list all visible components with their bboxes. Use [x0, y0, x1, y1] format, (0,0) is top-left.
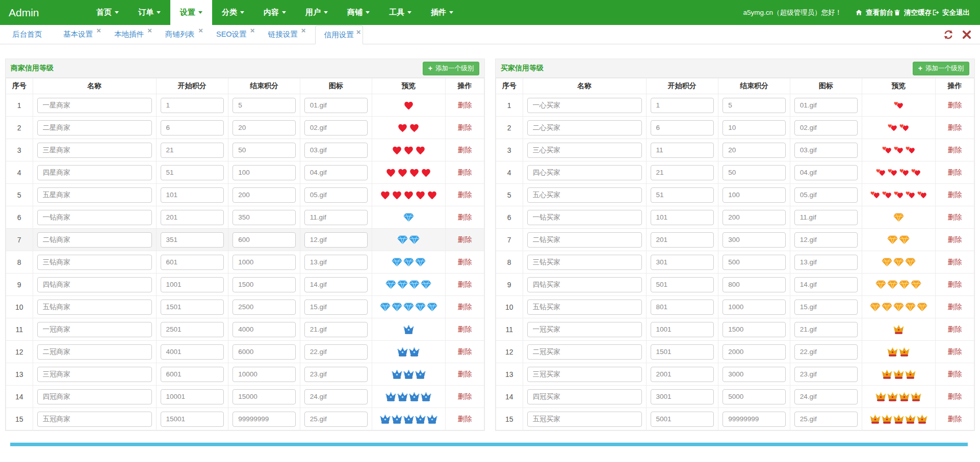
- icon-file-input[interactable]: [304, 412, 368, 427]
- level-name-input[interactable]: [527, 165, 642, 180]
- end-score-input[interactable]: [233, 120, 296, 135]
- end-score-input[interactable]: [723, 187, 786, 203]
- level-name-input[interactable]: [37, 165, 152, 180]
- delete-link[interactable]: 删除: [947, 370, 962, 378]
- level-name-input[interactable]: [527, 367, 642, 382]
- icon-file-input[interactable]: [304, 255, 368, 270]
- icon-file-input[interactable]: [794, 143, 858, 158]
- end-score-input[interactable]: [233, 232, 296, 248]
- add-level-button[interactable]: + 添加一个级别: [913, 62, 969, 75]
- delete-link[interactable]: 删除: [457, 213, 472, 221]
- menu-plugins[interactable]: 插件: [421, 0, 463, 25]
- delete-link[interactable]: 删除: [457, 303, 472, 311]
- icon-file-input[interactable]: [304, 210, 368, 225]
- icon-file-input[interactable]: [794, 344, 858, 360]
- start-score-input[interactable]: [161, 210, 224, 225]
- icon-file-input[interactable]: [304, 322, 368, 337]
- icon-file-input[interactable]: [794, 412, 858, 427]
- level-name-input[interactable]: [527, 322, 642, 337]
- end-score-input[interactable]: [233, 165, 296, 180]
- menu-categories[interactable]: 分类: [212, 0, 254, 25]
- tab-close-icon[interactable]: ×: [356, 28, 361, 36]
- level-name-input[interactable]: [527, 120, 642, 135]
- level-name-input[interactable]: [527, 143, 642, 158]
- end-score-input[interactable]: [233, 277, 296, 292]
- icon-file-input[interactable]: [794, 165, 858, 180]
- end-score-input[interactable]: [233, 187, 296, 203]
- start-score-input[interactable]: [651, 165, 714, 180]
- end-score-input[interactable]: [723, 165, 786, 180]
- start-score-input[interactable]: [161, 165, 224, 180]
- icon-file-input[interactable]: [794, 389, 858, 404]
- level-name-input[interactable]: [527, 300, 642, 315]
- icon-file-input[interactable]: [794, 210, 858, 225]
- start-score-input[interactable]: [651, 344, 714, 360]
- icon-file-input[interactable]: [794, 255, 858, 270]
- icon-file-input[interactable]: [794, 187, 858, 203]
- start-score-input[interactable]: [161, 412, 224, 427]
- level-name-input[interactable]: [37, 120, 152, 135]
- delete-link[interactable]: 删除: [947, 347, 962, 356]
- delete-link[interactable]: 删除: [947, 415, 962, 423]
- delete-link[interactable]: 删除: [947, 392, 962, 400]
- start-score-input[interactable]: [161, 187, 224, 203]
- start-score-input[interactable]: [161, 277, 224, 292]
- delete-link[interactable]: 删除: [947, 123, 962, 131]
- tab-seo-settings[interactable]: SEO设置×: [212, 25, 251, 44]
- close-all-tabs-button[interactable]: [962, 30, 972, 40]
- icon-file-input[interactable]: [304, 367, 368, 382]
- level-name-input[interactable]: [527, 98, 642, 113]
- icon-file-input[interactable]: [794, 277, 858, 292]
- start-score-input[interactable]: [651, 187, 714, 203]
- start-score-input[interactable]: [651, 143, 714, 158]
- start-score-input[interactable]: [651, 412, 714, 427]
- level-name-input[interactable]: [37, 143, 152, 158]
- end-score-input[interactable]: [233, 412, 296, 427]
- level-name-input[interactable]: [37, 187, 152, 203]
- tab-shop-list[interactable]: 商铺列表×: [161, 25, 199, 44]
- icon-file-input[interactable]: [304, 344, 368, 360]
- level-name-input[interactable]: [37, 232, 152, 248]
- level-name-input[interactable]: [527, 389, 642, 404]
- delete-link[interactable]: 删除: [947, 325, 962, 333]
- level-name-input[interactable]: [37, 98, 152, 113]
- end-score-input[interactable]: [723, 255, 786, 270]
- icon-file-input[interactable]: [794, 300, 858, 315]
- start-score-input[interactable]: [651, 322, 714, 337]
- horizontal-scrollbar[interactable]: [10, 443, 968, 446]
- end-score-input[interactable]: [723, 98, 786, 113]
- menu-home[interactable]: 首页: [87, 0, 128, 25]
- tab-local-plugins[interactable]: 本地插件×: [110, 25, 148, 44]
- delete-link[interactable]: 删除: [457, 325, 472, 333]
- start-score-input[interactable]: [161, 120, 224, 135]
- delete-link[interactable]: 删除: [947, 213, 962, 221]
- end-score-input[interactable]: [723, 277, 786, 292]
- start-score-input[interactable]: [651, 389, 714, 404]
- start-score-input[interactable]: [651, 232, 714, 248]
- delete-link[interactable]: 删除: [457, 258, 472, 266]
- refresh-button[interactable]: [943, 30, 953, 40]
- end-score-input[interactable]: [723, 232, 786, 248]
- level-name-input[interactable]: [37, 344, 152, 360]
- delete-link[interactable]: 删除: [947, 235, 962, 243]
- start-score-input[interactable]: [651, 255, 714, 270]
- delete-link[interactable]: 删除: [947, 191, 962, 199]
- view-frontend-button[interactable]: 查看前台: [855, 8, 893, 17]
- delete-link[interactable]: 删除: [947, 303, 962, 311]
- start-score-input[interactable]: [651, 98, 714, 113]
- menu-tools[interactable]: 工具: [379, 0, 421, 25]
- start-score-input[interactable]: [161, 300, 224, 315]
- level-name-input[interactable]: [527, 344, 642, 360]
- tab-credit-settings[interactable]: 信用设置×: [315, 25, 363, 44]
- end-score-input[interactable]: [233, 300, 296, 315]
- start-score-input[interactable]: [161, 367, 224, 382]
- menu-shops[interactable]: 商铺: [338, 0, 379, 25]
- end-score-input[interactable]: [233, 255, 296, 270]
- end-score-input[interactable]: [233, 98, 296, 113]
- level-name-input[interactable]: [527, 187, 642, 203]
- end-score-input[interactable]: [723, 143, 786, 158]
- end-score-input[interactable]: [233, 389, 296, 404]
- end-score-input[interactable]: [723, 322, 786, 337]
- delete-link[interactable]: 删除: [457, 280, 472, 288]
- menu-orders[interactable]: 订单: [128, 0, 170, 25]
